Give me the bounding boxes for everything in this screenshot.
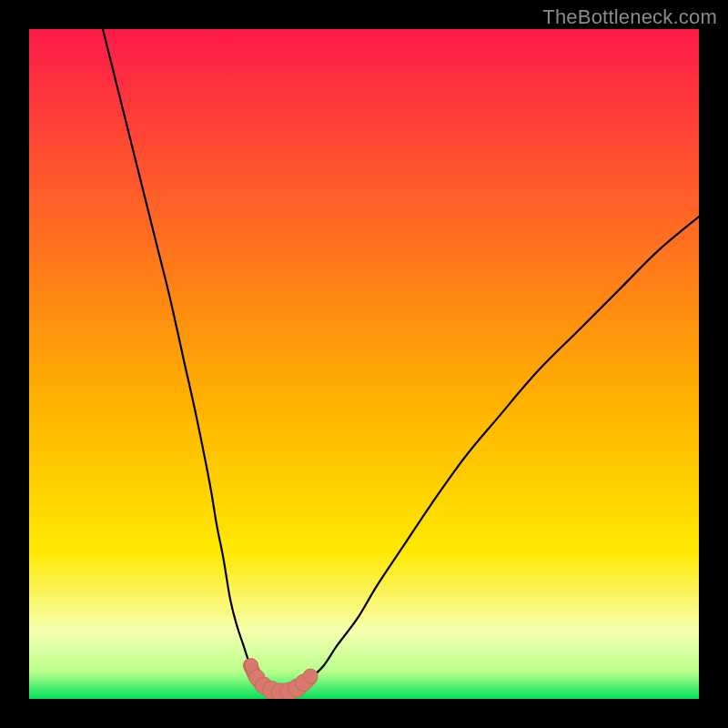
chart-frame [29, 29, 699, 699]
watermark-text: TheBottleneck.com [542, 5, 717, 29]
gradient-background [29, 29, 699, 699]
bottleneck-chart [29, 29, 699, 699]
marker-dot [303, 669, 318, 683]
